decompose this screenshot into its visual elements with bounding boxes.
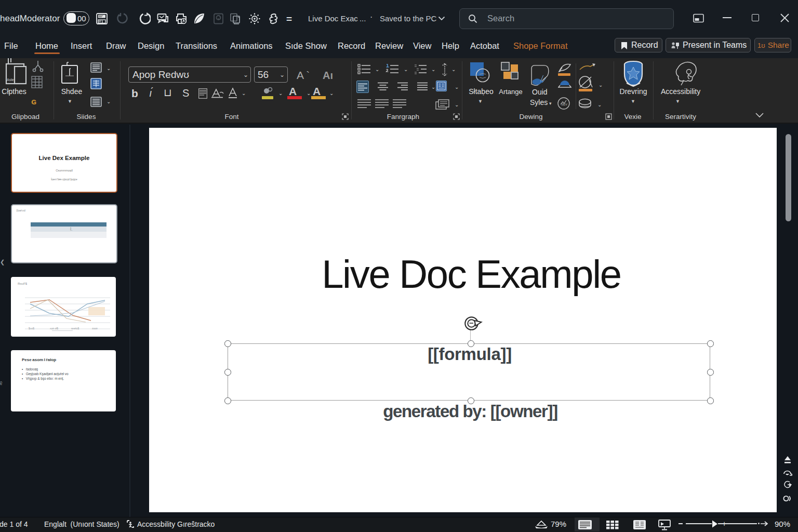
svg-text:Aste: Aste: [7, 78, 14, 82]
svg-text:SEV: SEV: [561, 103, 567, 106]
